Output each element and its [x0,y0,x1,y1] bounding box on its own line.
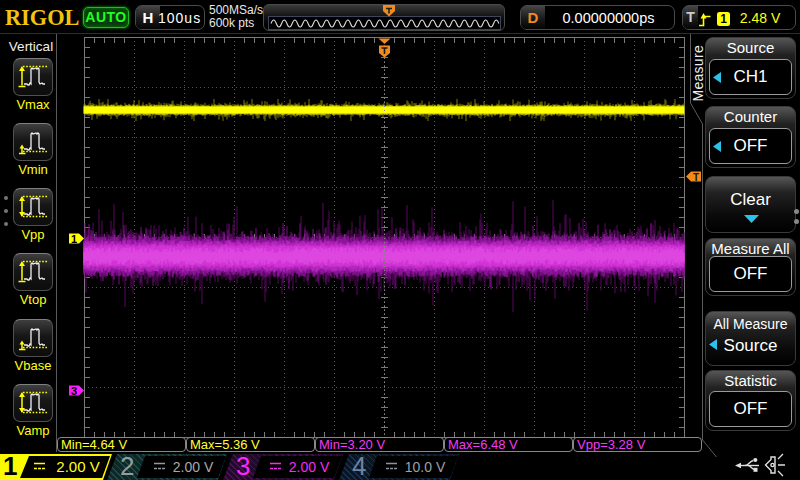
svg-text:3: 3 [71,385,77,397]
svg-text:1: 1 [71,233,77,245]
svg-text:T: T [693,172,699,183]
